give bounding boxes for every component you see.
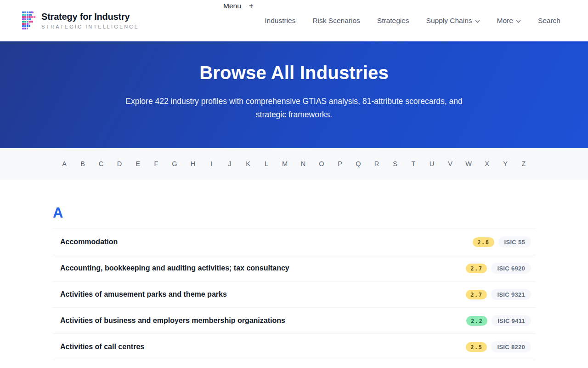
industry-name: Activities of call centres (53, 343, 144, 351)
alphabet-letter-b[interactable]: B (74, 160, 92, 167)
brand-logo-link[interactable]: Strategy for Industry STRATEGIC INTELLIG… (22, 12, 139, 30)
nav-item-industries[interactable]: Industries (265, 17, 295, 25)
nav-label: More (497, 17, 513, 25)
alphabet-letter-x[interactable]: X (478, 160, 496, 167)
logo-pixel-icon (22, 12, 36, 30)
alphabet-letter-v[interactable]: V (441, 160, 459, 167)
nav-item-supply-chains[interactable]: Supply Chains (426, 17, 480, 25)
logo-pixel-row (22, 28, 28, 29)
chevron-down-icon (475, 17, 480, 25)
score-badge: 2.8 (473, 237, 494, 247)
alphabet-letter-e[interactable]: E (129, 160, 147, 167)
logo-pixel-row (22, 18, 31, 20)
alphabet-letter-a[interactable]: A (55, 160, 74, 167)
industry-row[interactable]: Activities of call centres 2.5 ISIC 8220 (53, 334, 536, 360)
alphabet-letter-u[interactable]: U (423, 160, 441, 167)
industry-row[interactable]: Accounting, bookkeeping and auditing act… (53, 255, 536, 282)
alphabet-letter-t[interactable]: T (404, 160, 423, 167)
alphabet-letter-r[interactable]: R (368, 160, 386, 167)
alphabet-letter-n[interactable]: N (294, 160, 312, 167)
nav-item-strategies[interactable]: Strategies (377, 17, 409, 25)
alphabet-letter-j[interactable]: J (220, 160, 239, 167)
site-tagline: STRATEGIC INTELLIGENCE (41, 24, 139, 29)
industry-row[interactable]: Accommodation 2.8 ISIC 55 (53, 229, 536, 255)
industry-name: Accounting, bookkeeping and auditing act… (53, 264, 289, 272)
isic-code-badge: ISIC 9321 (491, 289, 531, 300)
site-header: Strategy for Industry STRATEGIC INTELLIG… (0, 0, 588, 41)
alphabet-letter-l[interactable]: L (257, 160, 276, 167)
alphabet-letter-h[interactable]: H (184, 160, 202, 167)
alphabet-letter-k[interactable]: K (239, 160, 257, 167)
nav-label: Industries (265, 17, 295, 25)
logo-pixel-row (22, 14, 32, 16)
section-letter-heading: A (53, 205, 536, 221)
menu-toggle-button[interactable]: Menu + (223, 0, 254, 12)
isic-code-badge: ISIC 9411 (492, 315, 531, 326)
score-badge: 2.7 (466, 290, 487, 299)
nav-label: Strategies (377, 17, 409, 25)
industry-row[interactable]: Activities of amusement parks and theme … (53, 282, 536, 308)
brand-text: Strategy for Industry STRATEGIC INTELLIG… (41, 12, 139, 29)
nav-label: Supply Chains (426, 17, 472, 25)
alphabet-letter-o[interactable]: O (312, 160, 331, 167)
logo-pixel-row (22, 23, 29, 25)
score-badge: 2.5 (466, 342, 487, 352)
menu-toggle-label: Menu (223, 0, 241, 12)
hero-banner: Browse All Industries Explore 422 indust… (0, 41, 588, 148)
alphabet-letter-w[interactable]: W (459, 160, 478, 167)
alphabet-letter-s[interactable]: S (386, 160, 404, 167)
isic-code-badge: ISIC 55 (498, 236, 531, 247)
score-badge: 2.7 (466, 264, 487, 273)
alphabet-letter-d[interactable]: D (110, 160, 129, 167)
logo-pixel-row (22, 21, 33, 23)
alphabet-letter-p[interactable]: P (331, 160, 349, 167)
alphabet-letter-q[interactable]: Q (349, 160, 368, 167)
alphabet-letter-i[interactable]: I (202, 160, 220, 167)
alphabet-letter-m[interactable]: M (276, 160, 294, 167)
isic-code-badge: ISIC 6920 (491, 263, 531, 274)
alphabet-letter-y[interactable]: Y (496, 160, 514, 167)
nav-item-risk-scenarios[interactable]: Risk Scenarios (312, 17, 360, 25)
industry-list-section: A Accommodation 2.8 ISIC 55 Accounting, … (0, 179, 588, 360)
logo-pixel-row (22, 25, 30, 27)
main-nav: Industries Risk Scenarios Strategies Sup… (265, 0, 560, 41)
nav-item-more[interactable]: More (497, 17, 521, 25)
nav-item-search[interactable]: Search (538, 17, 560, 25)
nav-label: Search (538, 17, 560, 25)
alphabet-letter-z[interactable]: Z (514, 160, 533, 167)
industry-name: Accommodation (53, 238, 118, 246)
alphabet-letter-c[interactable]: C (92, 160, 110, 167)
page-subtitle: Explore 422 industry profiles with compr… (110, 95, 478, 121)
logo-pixel-row (22, 16, 36, 18)
isic-code-badge: ISIC 8220 (491, 341, 531, 352)
alphabet-letter-g[interactable]: G (165, 160, 184, 167)
logo-pixel-row (22, 12, 34, 13)
industry-row[interactable]: Activities of business and employers mem… (53, 308, 536, 334)
nav-label: Risk Scenarios (312, 17, 360, 25)
site-title: Strategy for Industry (41, 12, 139, 22)
page-title: Browse All Industries (199, 62, 389, 84)
alphabet-letter-f[interactable]: F (147, 160, 165, 167)
alphabet-index-bar: ABCDEFGHIJKLMNOPQRSTUVWXYZ (0, 148, 588, 179)
score-badge: 2.2 (466, 316, 487, 326)
plus-icon: + (249, 0, 254, 12)
chevron-down-icon (516, 17, 521, 25)
industry-name: Activities of amusement parks and theme … (53, 290, 227, 299)
industry-name: Activities of business and employers mem… (53, 316, 285, 325)
